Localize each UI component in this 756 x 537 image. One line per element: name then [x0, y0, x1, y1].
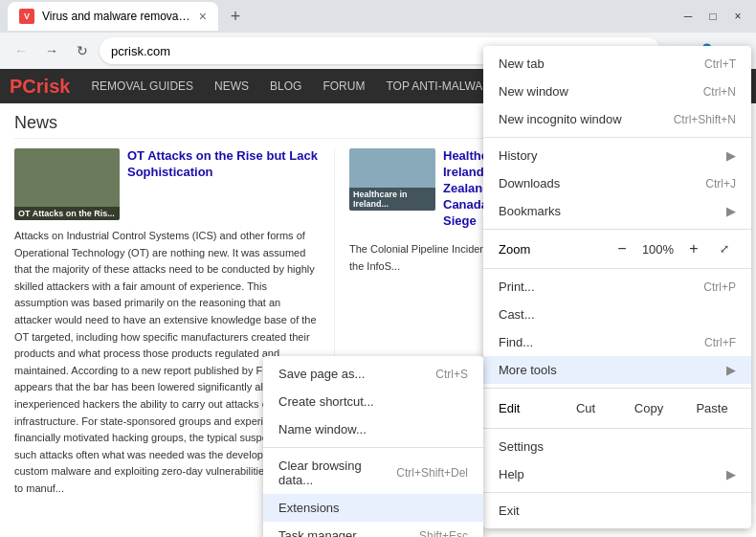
menu-new-tab[interactable]: New tab Ctrl+T	[483, 50, 751, 78]
maximize-button[interactable]: □	[702, 6, 723, 27]
new-tab-button[interactable]: +	[222, 3, 249, 30]
submenu-create-shortcut-label: Create shortcut...	[278, 394, 468, 409]
menu-history-arrow: ▶	[726, 148, 736, 163]
menu-history[interactable]: History ▶	[483, 142, 751, 169]
news-card-1-inner: OT Attacks on the Ris... OT Attacks on t…	[14, 148, 320, 220]
menu-help-arrow: ▶	[726, 467, 736, 481]
nav-removal-guides[interactable]: REMOVAL GUIDES	[81, 69, 203, 103]
menu-incognito-shortcut: Ctrl+Shift+N	[674, 113, 736, 126]
submenu-clear-browsing[interactable]: Clear browsing data... Ctrl+Shift+Del	[263, 452, 483, 494]
news-thumb-1-overlay: OT Attacks on the Ris...	[14, 207, 120, 220]
submenu-task-manager-shortcut: Shift+Esc	[419, 529, 468, 538]
window-controls: ─ □ ×	[678, 6, 748, 27]
nav-blog[interactable]: BLOG	[260, 69, 311, 103]
menu-print-label: Print...	[499, 280, 703, 294]
news-content-1: OT Attacks on the Rise but Lack Sophisti…	[127, 148, 320, 220]
menu-new-window[interactable]: New window Ctrl+N	[483, 78, 751, 105]
submenu-create-shortcut[interactable]: Create shortcut...	[263, 388, 483, 415]
menu-new-window-label: New window	[499, 84, 703, 99]
menu-divider-6	[483, 492, 751, 493]
menu-new-window-shortcut: Ctrl+N	[703, 85, 736, 99]
menu-cast[interactable]: Cast...	[483, 301, 751, 328]
menu-divider-1	[483, 137, 751, 138]
reload-button[interactable]: ↻	[69, 37, 96, 64]
menu-cast-label: Cast...	[499, 307, 736, 322]
submenu-name-window-label: Name window...	[278, 422, 468, 436]
chrome-menu: New tab Ctrl+T New window Ctrl+N New inc…	[483, 46, 751, 528]
menu-print-shortcut: Ctrl+P	[703, 280, 736, 294]
submenu-save-page-label: Save page as...	[278, 367, 435, 381]
menu-divider-3	[483, 268, 751, 269]
submenu-save-page-shortcut: Ctrl+S	[435, 368, 468, 381]
submenu-divider	[263, 447, 483, 448]
submenu-name-window[interactable]: Name window...	[263, 415, 483, 443]
menu-divider-5	[483, 428, 751, 429]
menu-new-tab-shortcut: Ctrl+T	[704, 57, 736, 71]
menu-help-label: Help	[499, 467, 719, 481]
menu-find-label: Find...	[499, 335, 704, 349]
menu-history-label: History	[499, 148, 719, 163]
menu-incognito-label: New incognito window	[499, 112, 674, 126]
menu-find[interactable]: Find... Ctrl+F	[483, 328, 751, 356]
menu-bookmarks-arrow: ▶	[726, 204, 736, 218]
zoom-fullscreen-button[interactable]: ⤢	[713, 237, 736, 260]
zoom-minus-button[interactable]: −	[611, 237, 634, 260]
news-thumb-1: OT Attacks on the Ris...	[14, 148, 120, 220]
zoom-plus-button[interactable]: +	[682, 237, 705, 260]
menu-more-tools-label: More tools	[499, 363, 719, 377]
menu-divider-4	[483, 388, 751, 389]
menu-exit[interactable]: Exit	[483, 497, 751, 525]
menu-exit-label: Exit	[499, 503, 736, 518]
logo-risk: risk	[36, 76, 71, 97]
menu-find-shortcut: Ctrl+F	[704, 336, 736, 349]
menu-downloads-label: Downloads	[499, 176, 705, 190]
submenu-task-manager[interactable]: Task manager Shift+Esc	[263, 522, 483, 537]
title-bar: V Virus and malware removal instr... × +…	[0, 0, 756, 33]
site-logo[interactable]: PCrisk	[10, 76, 70, 98]
news-thumb-2-overlay: Healthcare in Ireland...	[349, 188, 435, 211]
back-button[interactable]: ←	[8, 37, 34, 64]
edit-section: Edit Cut Copy Paste	[483, 392, 751, 424]
menu-bookmarks-label: Bookmarks	[499, 204, 719, 218]
zoom-control: Zoom − 100% + ⤢	[483, 234, 751, 264]
submenu-save-page[interactable]: Save page as... Ctrl+S	[263, 360, 483, 388]
news-thumb-2: Healthcare in Ireland...	[349, 148, 435, 211]
menu-more-tools-arrow: ▶	[726, 363, 736, 377]
zoom-percent: 100%	[641, 242, 675, 257]
more-tools-submenu: Save page as... Ctrl+S Create shortcut..…	[263, 356, 483, 537]
paste-button[interactable]: Paste	[680, 396, 744, 420]
forward-button[interactable]: →	[38, 37, 65, 64]
menu-downloads[interactable]: Downloads Ctrl+J	[483, 169, 751, 197]
menu-downloads-shortcut: Ctrl+J	[705, 177, 736, 190]
menu-divider-2	[483, 229, 751, 230]
edit-label: Edit	[491, 401, 554, 415]
tab-favicon: V	[19, 9, 34, 24]
nav-news[interactable]: NEWS	[205, 69, 258, 103]
submenu-clear-browsing-shortcut: Ctrl+Shift+Del	[396, 466, 468, 480]
zoom-label: Zoom	[499, 242, 603, 257]
tab-close-button[interactable]: ×	[199, 9, 207, 24]
menu-settings-label: Settings	[499, 439, 736, 454]
nav-forum[interactable]: FORUM	[313, 69, 374, 103]
news-section-title: News	[14, 113, 531, 139]
submenu-clear-browsing-label: Clear browsing data...	[278, 459, 396, 487]
tab-title: Virus and malware removal instr...	[42, 10, 191, 23]
browser-tab[interactable]: V Virus and malware removal instr... ×	[8, 2, 218, 31]
menu-more-tools[interactable]: More tools ▶ Save page as... Ctrl+S Crea…	[483, 356, 751, 384]
minimize-button[interactable]: ─	[678, 6, 699, 27]
submenu-extensions[interactable]: Extensions	[263, 494, 483, 522]
submenu-task-manager-label: Task manager	[278, 528, 419, 537]
copy-button[interactable]: Copy	[617, 396, 680, 420]
logo-pc: PC	[10, 76, 36, 97]
close-button[interactable]: ×	[727, 6, 748, 27]
submenu-extensions-label: Extensions	[278, 501, 468, 515]
menu-help[interactable]: Help ▶	[483, 460, 751, 488]
menu-settings[interactable]: Settings	[483, 433, 751, 460]
cut-button[interactable]: Cut	[554, 396, 617, 420]
news-title-1[interactable]: OT Attacks on the Rise but Lack Sophisti…	[127, 148, 320, 181]
menu-new-tab-label: New tab	[499, 56, 704, 71]
menu-bookmarks[interactable]: Bookmarks ▶	[483, 197, 751, 225]
menu-incognito[interactable]: New incognito window Ctrl+Shift+N	[483, 105, 751, 133]
menu-print[interactable]: Print... Ctrl+P	[483, 273, 751, 301]
